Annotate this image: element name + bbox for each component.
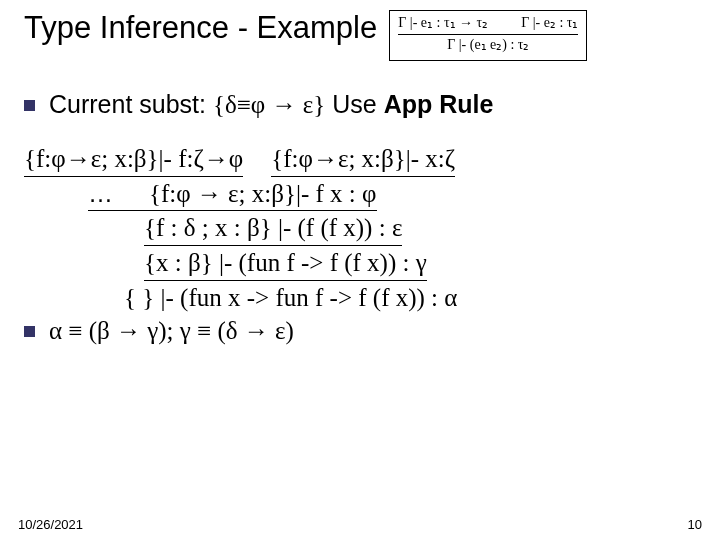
- bullet-icon: [24, 100, 35, 111]
- result-text: α ≡ (β → γ); γ ≡ (δ → ε): [49, 315, 696, 346]
- premise-left: {f:φ→ε; x:β}|- f:ζ→φ: [24, 142, 243, 177]
- inference-rule-box: Γ |- e₁ : τ₁ → τ₂ Γ |- e₂ : τ₁ Γ |- (e₁ …: [389, 10, 587, 61]
- bullet-current-subst: Current subst: {δ≡φ → ε} Use App Rule: [24, 89, 696, 120]
- rule-premise-right: Γ |- e₂ : τ₁: [521, 15, 578, 30]
- bullet-text-bold: App Rule: [384, 90, 494, 118]
- rule-fraction-line: [398, 34, 578, 35]
- line2-ellipsis: …: [88, 179, 113, 207]
- derivation-tree: {f:φ→ε; x:β}|- f:ζ→φ {f:φ→ε; x:β}|- x:ζ …: [24, 142, 696, 315]
- slide-footer: 10/26/2021 10: [18, 517, 702, 532]
- bullet-result: α ≡ (β → γ); γ ≡ (δ → ε): [24, 315, 696, 346]
- rule-premise-left: Γ |- e₁ : τ₁ → τ₂: [398, 15, 488, 30]
- bullet-text-mid: Use: [325, 90, 383, 118]
- line2-judgment: {f:φ → ε; x:β}|- f x : φ: [149, 180, 377, 207]
- line3-judgment: {f : δ ; x : β} |- (f (f x)) : ε: [144, 211, 402, 246]
- slide-title: Type Inference - Example: [24, 10, 377, 46]
- footer-date: 10/26/2021: [18, 517, 83, 532]
- rule-conclusion: Γ |- (e₁ e₂) : τ₂: [398, 37, 578, 54]
- bullet-icon: [24, 326, 35, 337]
- bullet-text-subst: {δ≡φ → ε}: [213, 91, 325, 118]
- footer-page-number: 10: [688, 517, 702, 532]
- premise-right: {f:φ→ε; x:β}|- x:ζ: [271, 142, 455, 177]
- rule-premises: Γ |- e₁ : τ₁ → τ₂ Γ |- e₂ : τ₁: [398, 15, 578, 32]
- line5-judgment: { } |- (fun x -> fun f -> f (f x)) : α: [124, 284, 457, 311]
- line4-judgment: {x : β} |- (fun f -> f (f x)) : γ: [144, 246, 427, 281]
- bullet-text-prefix: Current subst:: [49, 90, 213, 118]
